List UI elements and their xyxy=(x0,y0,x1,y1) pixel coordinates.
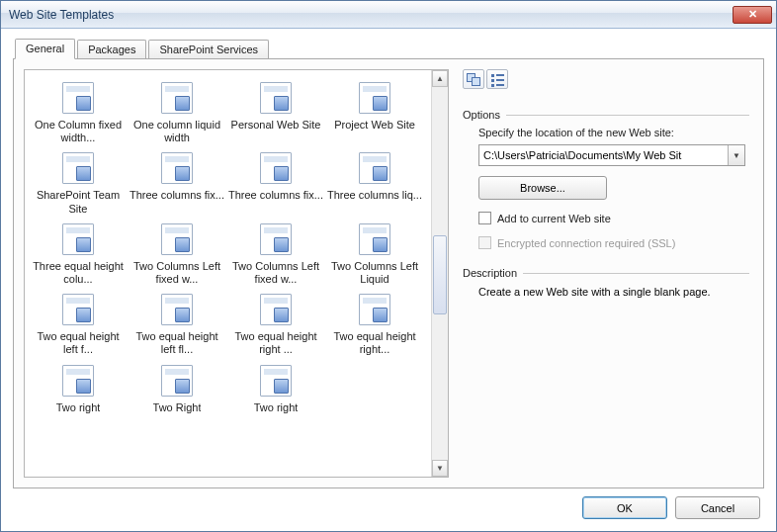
template-icon xyxy=(62,82,94,114)
close-button[interactable]: ✕ xyxy=(733,6,772,24)
template-label: Three columns liq... xyxy=(327,189,422,202)
template-icon xyxy=(359,152,390,184)
template-label: Two right xyxy=(254,401,299,414)
template-label: Three equal height colu... xyxy=(31,260,126,286)
template-item[interactable]: Two equal height left f... xyxy=(29,290,128,360)
description-section: Description Create a new Web site with a… xyxy=(463,267,749,300)
template-item[interactable]: Three equal height colu... xyxy=(29,220,128,290)
template-icon xyxy=(260,152,292,184)
template-label: Two equal height right... xyxy=(327,330,422,356)
options-section: Options Specify the location of the new … xyxy=(463,109,749,249)
template-label: Two Columns Left fixed w... xyxy=(130,260,224,286)
add-to-current-label: Add to current Web site xyxy=(497,213,611,224)
template-label: Two Right xyxy=(153,401,202,414)
options-heading: Options xyxy=(463,109,500,121)
description-heading-row: Description xyxy=(463,267,749,279)
template-item[interactable]: Two Columns Left Liquid xyxy=(325,220,424,290)
template-icon xyxy=(161,223,193,255)
template-item[interactable]: Two equal height left fl... xyxy=(128,290,226,360)
template-icon xyxy=(359,294,390,325)
location-input[interactable] xyxy=(479,145,728,165)
window-title: Web Site Templates xyxy=(9,8,733,22)
tab-body: One Column fixed width...One column liqu… xyxy=(13,58,764,488)
template-item[interactable]: SharePoint Team Site xyxy=(29,148,128,219)
template-item[interactable]: Two Columns Left fixed w... xyxy=(128,220,226,290)
template-item[interactable]: One column liquid width xyxy=(128,78,226,148)
template-item[interactable]: Two Columns Left fixed w... xyxy=(226,220,325,290)
tab-sharepoint-services[interactable]: SharePoint Services xyxy=(148,40,269,59)
template-icon xyxy=(359,82,390,114)
template-label: One column liquid width xyxy=(130,119,224,144)
add-to-current-row[interactable]: Add to current Web site xyxy=(478,212,749,224)
divider xyxy=(506,115,749,116)
location-dropdown-button[interactable]: ▼ xyxy=(728,145,744,165)
vertical-scrollbar[interactable]: ▲ ▼ xyxy=(431,70,448,477)
view-list-button[interactable] xyxy=(486,69,508,89)
template-item[interactable]: Two equal height right... xyxy=(325,290,424,360)
template-icon xyxy=(359,223,390,255)
ssl-row: Encrypted connection required (SSL) xyxy=(478,236,749,249)
tab-label: SharePoint Services xyxy=(159,44,258,55)
options-body: Specify the location of the new Web site… xyxy=(463,121,749,249)
ok-label: OK xyxy=(617,502,633,514)
ssl-checkbox xyxy=(478,236,491,249)
template-item[interactable]: Two right xyxy=(29,361,128,418)
scroll-track[interactable] xyxy=(432,87,448,460)
browse-label: Browse... xyxy=(520,182,565,194)
template-icon xyxy=(62,223,94,255)
template-icon xyxy=(260,365,292,397)
template-item[interactable]: Two equal height right ... xyxy=(226,290,325,360)
template-label: Project Web Site xyxy=(334,119,415,132)
scroll-thumb[interactable] xyxy=(433,235,447,314)
ok-button[interactable]: OK xyxy=(582,496,667,519)
close-icon: ✕ xyxy=(748,8,757,21)
tab-general[interactable]: General xyxy=(15,39,75,59)
view-large-icons-button[interactable] xyxy=(463,69,484,89)
tab-packages[interactable]: Packages xyxy=(77,40,146,59)
scroll-down-button[interactable]: ▼ xyxy=(432,460,448,477)
tab-strip: General Packages SharePoint Services xyxy=(15,37,764,58)
template-icon xyxy=(161,152,193,184)
add-to-current-checkbox[interactable] xyxy=(478,212,491,224)
template-icon xyxy=(161,82,193,114)
browse-button[interactable]: Browse... xyxy=(478,176,607,200)
template-icon xyxy=(260,294,292,325)
template-item[interactable]: Two right xyxy=(226,361,325,418)
cancel-button[interactable]: Cancel xyxy=(675,496,760,519)
template-label: Two equal height left fl... xyxy=(130,330,224,356)
template-icon xyxy=(62,365,94,397)
template-item[interactable]: Three columns liq... xyxy=(325,148,424,219)
template-label: One Column fixed width... xyxy=(31,119,126,144)
tab-label: Packages xyxy=(88,44,135,55)
scroll-up-button[interactable]: ▲ xyxy=(432,70,448,87)
template-item[interactable]: Three columns fix... xyxy=(226,148,325,219)
ssl-label: Encrypted connection required (SSL) xyxy=(497,237,675,249)
template-label: Two equal height left f... xyxy=(31,330,126,356)
template-item[interactable]: One Column fixed width... xyxy=(29,78,128,148)
template-icon xyxy=(62,294,94,325)
template-list[interactable]: One Column fixed width...One column liqu… xyxy=(25,70,431,477)
dialog-footer: OK Cancel xyxy=(13,488,764,519)
options-heading-row: Options xyxy=(463,109,749,121)
location-combobox[interactable]: ▼ xyxy=(478,144,745,166)
right-pane: Options Specify the location of the new … xyxy=(459,69,753,478)
template-icon xyxy=(62,152,94,184)
template-icon xyxy=(161,294,193,325)
chevron-down-icon: ▼ xyxy=(733,151,740,160)
template-label: SharePoint Team Site xyxy=(31,189,126,215)
template-icon xyxy=(260,82,292,114)
template-item[interactable]: Three columns fix... xyxy=(128,148,226,219)
template-icon xyxy=(161,365,193,397)
location-label: Specify the location of the new Web site… xyxy=(478,127,749,138)
template-label: Three columns fix... xyxy=(228,189,323,202)
template-item[interactable]: Personal Web Site xyxy=(226,78,325,148)
dialog-content: General Packages SharePoint Services One… xyxy=(1,29,776,531)
template-label: Two right xyxy=(56,401,101,414)
description-text: Create a new Web site with a single blan… xyxy=(463,279,739,300)
template-item[interactable]: Two Right xyxy=(128,361,226,418)
view-mode-toolbar xyxy=(463,69,749,91)
description-heading: Description xyxy=(463,267,517,279)
template-item[interactable]: Project Web Site xyxy=(325,78,424,148)
template-list-pane: One Column fixed width...One column liqu… xyxy=(24,69,449,478)
divider xyxy=(523,273,749,274)
